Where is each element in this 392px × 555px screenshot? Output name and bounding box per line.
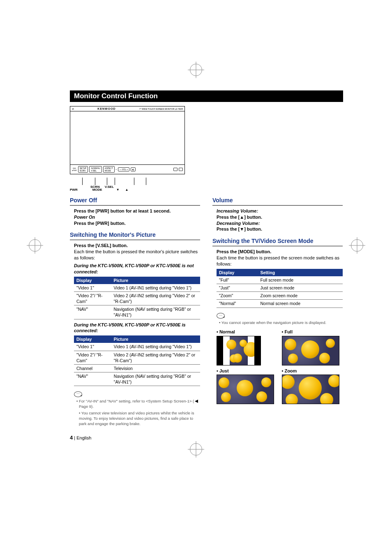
mode-instruction: Press the [MODE] button.	[217, 249, 343, 255]
table-cell: Just screen mode	[258, 284, 343, 292]
table-cell: Video 2 (AV-IN2 setting during "Video 2"…	[111, 351, 200, 364]
device-model: 7" WIDE TOUCH SCREEN MONITOR LZ-760R	[139, 108, 183, 110]
table-cell: Full screen mode	[258, 276, 343, 284]
th-picture: Picture	[111, 335, 200, 343]
table-cell: Television	[111, 364, 200, 372]
switch-picture-heading: Switching the Monitor's Picture	[70, 231, 200, 240]
note-icon: ⋯	[217, 313, 225, 319]
is-connected-heading: During the KTC-V500N, KTC-V500P or KTC-V…	[74, 322, 200, 334]
decreasing-volume-heading: Decreasing Volume:	[217, 220, 343, 227]
thumb-zoom	[282, 375, 339, 404]
table-cell: Navigation (NAV setting during "RGB" or …	[111, 372, 200, 386]
mode-just-label: Just	[217, 368, 278, 374]
port-icon	[173, 168, 178, 171]
device-diagram: ⊘ KENWOOD 7" WIDE TOUCH SCREEN MONITOR L…	[70, 106, 343, 192]
increasing-volume-text: Press the [▲] button.	[217, 214, 343, 220]
mode-zoom: Zoom	[282, 368, 343, 405]
device-screen	[70, 111, 184, 165]
power-on-instruction: Press the [PWR] button.	[74, 220, 200, 227]
switch-mode-heading: Switching the TV/Video Screen Mode	[212, 237, 343, 246]
vol-btn-icon: — VOL +	[118, 167, 130, 171]
section-banner: Monitor Control Function	[70, 90, 343, 102]
increasing-volume-heading: Increasing Volume:	[217, 208, 343, 214]
mode-label: MODE	[92, 188, 102, 192]
dimmer-btn-icon: ◐	[131, 167, 136, 171]
volume-heading: Volume	[212, 197, 343, 206]
table-cell: Navigation (NAV setting during "RGB" or …	[111, 305, 200, 319]
note-driving: You cannot view television and video pic…	[74, 411, 200, 426]
mode-zoom-label: Zoom	[282, 368, 343, 374]
up-label: ▲	[125, 188, 129, 192]
mode-full-label: Full	[282, 329, 343, 335]
thumb-normal	[217, 336, 261, 365]
table-cell: "NAV"	[74, 305, 111, 319]
table-cell: "Video 2"/ "R-Cam"	[74, 291, 111, 305]
off-label: OFF●PWR	[72, 167, 77, 171]
th-display: Display	[217, 269, 258, 276]
decreasing-volume-text: Press the [▼] button.	[217, 226, 343, 232]
sensor-dot: ⊘	[72, 107, 74, 110]
right-column: Volume Increasing Volume: Press the [▲] …	[212, 192, 343, 441]
table-cell: "Just"	[217, 284, 258, 292]
th-setting: Setting	[258, 269, 343, 276]
thumb-just	[217, 375, 274, 404]
picture-table-is-connected: DisplayPicture "Video 1"Video 1 (AV-IN1 …	[74, 335, 200, 386]
mode-just: Just	[217, 368, 278, 405]
table-cell: "Video 1"	[74, 343, 111, 351]
th-display: Display	[74, 335, 111, 343]
table-cell: "Zoom"	[217, 292, 258, 300]
table-cell: "Video 1"	[74, 284, 111, 292]
not-connected-heading: During the KTC-V500N, KTC-V500P or KTC-V…	[74, 263, 200, 275]
th-display: Display	[74, 277, 111, 284]
mode-normal-label: Normal	[217, 329, 278, 335]
down-label: ▼	[116, 188, 120, 192]
table-cell: "Video 2"/ "R-Cam"	[74, 351, 111, 364]
mode-full: Full	[282, 329, 343, 365]
note-nav-picture: You cannot operate when the navigation p…	[217, 320, 343, 326]
left-column: Power Off Press the [PWR] button for at …	[70, 192, 200, 441]
table-cell: Zoom screen mode	[258, 292, 343, 300]
mode-table: DisplaySetting "Full"Full screen mode "J…	[217, 269, 343, 308]
mode-btn-icon: ASPECTMODE	[103, 166, 115, 173]
table-cell: Video 1 (AV-IN1 setting during "Video 1"…	[111, 284, 200, 292]
table-cell: Channel	[74, 364, 111, 372]
th-picture: Picture	[111, 277, 200, 284]
note-icon: ⋯	[74, 391, 82, 397]
vsel-instruction: Press the [V.SEL] button.	[74, 243, 200, 249]
pwr-label: PWR	[70, 188, 78, 192]
table-cell: Normal screen mode	[258, 300, 343, 308]
power-off-instruction: Press the [PWR] button for at least 1 se…	[74, 208, 200, 214]
table-cell: "NAV"	[74, 372, 111, 386]
note-avin-nav: For "AV-IN" and "NAV" setting, refer to …	[74, 399, 200, 409]
mode-normal: Normal	[217, 329, 278, 365]
picture-table-not-connected: DisplayPicture "Video 1"Video 1 (AV-IN1 …	[74, 277, 200, 319]
switch-picture-desc: Each time the button is pressed the moni…	[74, 249, 200, 261]
setup-btn-icon: SETUPSCRN	[78, 166, 88, 173]
footer-sep: |	[73, 435, 76, 440]
power-on-heading: Power On	[74, 214, 200, 220]
switch-mode-desc: Each time the button is pressed the scre…	[217, 255, 343, 267]
table-cell: "Normal"	[217, 300, 258, 308]
page-footer: 4 | English	[70, 434, 200, 442]
avmenu-btn-icon: AV/MENUV.SEL	[89, 166, 101, 173]
port-icon	[179, 168, 183, 171]
table-cell: Video 2 (AV-IN2 setting during "Video 2"…	[111, 291, 200, 305]
thumb-full	[282, 336, 339, 365]
dot-icon: •	[116, 168, 117, 171]
table-cell: "Full"	[217, 276, 258, 284]
page-arrow-icon	[195, 400, 198, 403]
footer-lang: English	[76, 435, 91, 440]
table-cell: Video 1 (AV-IN1 setting during "Video 1"…	[111, 343, 200, 351]
device-brand: KENWOOD	[97, 107, 115, 110]
power-off-heading: Power Off	[70, 197, 200, 206]
